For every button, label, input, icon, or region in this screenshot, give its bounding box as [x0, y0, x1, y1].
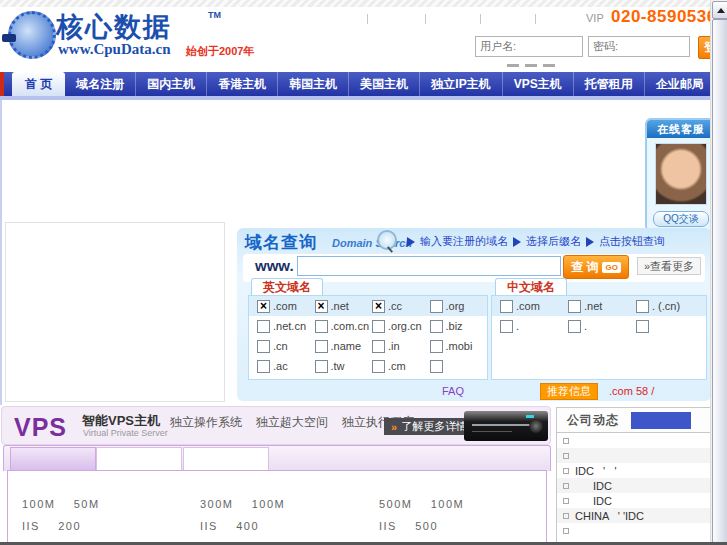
news-item[interactable]: CHINA ' 'IDC — [557, 508, 712, 523]
brand-name: 核心数据 — [56, 9, 172, 45]
news-item[interactable] — [557, 523, 712, 538]
nav-item-us-hosting[interactable]: 美国主机 — [348, 72, 419, 96]
checkbox[interactable] — [257, 320, 270, 333]
faq-link[interactable]: FAQ — [442, 385, 464, 397]
domain-option[interactable]: .tw — [315, 360, 373, 373]
news-item[interactable]: IDC — [557, 493, 712, 508]
checkbox[interactable] — [257, 340, 270, 353]
nav-item-home[interactable]: 首 页 — [12, 72, 65, 96]
nav-item-colocation[interactable]: 托管租用 — [573, 72, 644, 96]
domain-option[interactable]: .cm — [372, 360, 430, 373]
domain-option[interactable]: .com.cn — [315, 320, 373, 333]
chinese-domain-tab[interactable]: 中文域名 — [495, 278, 567, 296]
domain-search-panel: 域名查询 Domain Search 输入要注册的域名 选择后缀名 点击按钮查询… — [237, 228, 711, 401]
domain-option[interactable]: .mobi — [430, 340, 488, 353]
checkbox[interactable] — [430, 300, 443, 313]
checkbox[interactable]: × — [315, 300, 328, 313]
checkbox[interactable] — [315, 340, 328, 353]
news-item[interactable]: IDC — [557, 478, 712, 493]
domain-option[interactable]: .ac — [257, 360, 315, 373]
checkbox[interactable] — [500, 320, 513, 333]
checkbox[interactable] — [636, 300, 649, 313]
up-arrow-icon — [717, 8, 725, 13]
english-domain-tab[interactable]: 英文域名 — [251, 278, 323, 296]
checkbox[interactable]: × — [257, 300, 270, 313]
checkbox[interactable] — [430, 320, 443, 333]
domain-option[interactable]: .net — [568, 300, 636, 313]
arrow-icon — [407, 237, 415, 247]
checkbox[interactable] — [568, 300, 581, 313]
domain-option[interactable]: .org — [430, 300, 488, 313]
see-more-link[interactable]: »查看更多 — [637, 257, 701, 275]
server-image — [464, 411, 548, 441]
checkbox[interactable] — [257, 360, 270, 373]
domain-option[interactable] — [430, 360, 488, 373]
news-tab-highlight[interactable] — [631, 412, 691, 429]
news-item[interactable] — [557, 448, 712, 463]
checkbox[interactable]: × — [372, 300, 385, 313]
plan-tab-2[interactable] — [96, 447, 182, 471]
news-item[interactable]: IDC ' ' — [557, 463, 712, 478]
domain-option[interactable]: . — [568, 320, 636, 333]
checkbox[interactable] — [430, 360, 443, 373]
domain-option[interactable]: .name — [315, 340, 373, 353]
username-field[interactable]: 用户名: — [475, 36, 583, 57]
checkbox[interactable] — [372, 360, 385, 373]
header-mini-link[interactable] — [525, 64, 537, 67]
checkbox[interactable] — [315, 360, 328, 373]
checkbox[interactable] — [372, 340, 385, 353]
recommend-info-button[interactable]: 推荐信息 — [540, 383, 598, 400]
nav-item-dedicated-ip[interactable]: 独立IP主机 — [419, 72, 501, 96]
page-left-border — [0, 100, 2, 405]
domain-option[interactable]: .cn — [257, 340, 315, 353]
domain-option[interactable]: .in — [372, 340, 430, 353]
password-field[interactable]: 密码: — [588, 36, 690, 57]
news-item[interactable] — [557, 433, 712, 448]
scrollbar-thumb[interactable] — [712, 19, 727, 543]
domain-option[interactable]: . — [500, 320, 568, 333]
vps-more-button[interactable]: » 了解更多详情 — [384, 418, 474, 435]
checkbox[interactable] — [636, 320, 649, 333]
header-mini-link[interactable] — [507, 64, 519, 67]
server-slot — [472, 431, 512, 432]
news-title: 公司动态 — [567, 412, 619, 429]
domain-option[interactable]: ×.com — [257, 300, 315, 313]
nav-item-hongkong-hosting[interactable]: 香港主机 — [206, 72, 277, 96]
header-mini-link[interactable] — [543, 64, 555, 67]
domain-option[interactable]: ×.cc — [372, 300, 430, 313]
nav-item-domestic-hosting[interactable]: 国内主机 — [135, 72, 206, 96]
plan-tab-3[interactable] — [183, 447, 269, 471]
checkbox[interactable] — [500, 300, 513, 313]
nav-item-domain-register[interactable]: 域名注册 — [65, 72, 135, 96]
plan-tab-1[interactable] — [10, 447, 96, 471]
page: 核心数据 TM www.CpuData.cn 始创于2007年 VIP 020-… — [0, 0, 727, 545]
domain-option[interactable]: .org.cn — [372, 320, 430, 333]
domain-input[interactable] — [297, 256, 561, 276]
arrow-icon — [513, 237, 521, 247]
search-button[interactable]: 查 询 GO — [563, 255, 629, 279]
username-label: 用户名: — [480, 39, 516, 54]
domain-option[interactable]: ×.net — [315, 300, 373, 313]
domain-option[interactable]: .biz — [430, 320, 488, 333]
checkbox[interactable] — [568, 320, 581, 333]
chinese-domain-group: .com .net . (.cn) . . — [491, 295, 707, 380]
www-prefix: www. — [255, 257, 294, 274]
checkbox[interactable] — [372, 320, 385, 333]
vertical-scrollbar[interactable] — [710, 0, 727, 545]
plan-column-3: 500M 100M IIS 500 — [379, 493, 464, 537]
vip-link[interactable]: VIP — [586, 12, 604, 24]
vps-features: 独立操作系统 独立超大空间 独立执行程序 — [170, 414, 414, 431]
scroll-up-button[interactable] — [712, 1, 727, 19]
domain-search-title: 域名查询 — [245, 231, 317, 254]
nav-item-korea-hosting[interactable]: 韩国主机 — [277, 72, 348, 96]
checkbox[interactable] — [430, 340, 443, 353]
domain-option[interactable]: .com — [500, 300, 568, 313]
domain-option[interactable]: .net.cn — [257, 320, 315, 333]
domain-option[interactable] — [636, 320, 704, 333]
qq-chat-button[interactable]: QQ交谈 — [653, 211, 709, 227]
nav-item-enterprise-mail[interactable]: 企业邮局 — [644, 72, 715, 96]
bullet-icon — [563, 513, 569, 519]
domain-option[interactable]: . (.cn) — [636, 300, 704, 313]
checkbox[interactable] — [315, 320, 328, 333]
nav-item-vps[interactable]: VPS主机 — [502, 72, 573, 96]
